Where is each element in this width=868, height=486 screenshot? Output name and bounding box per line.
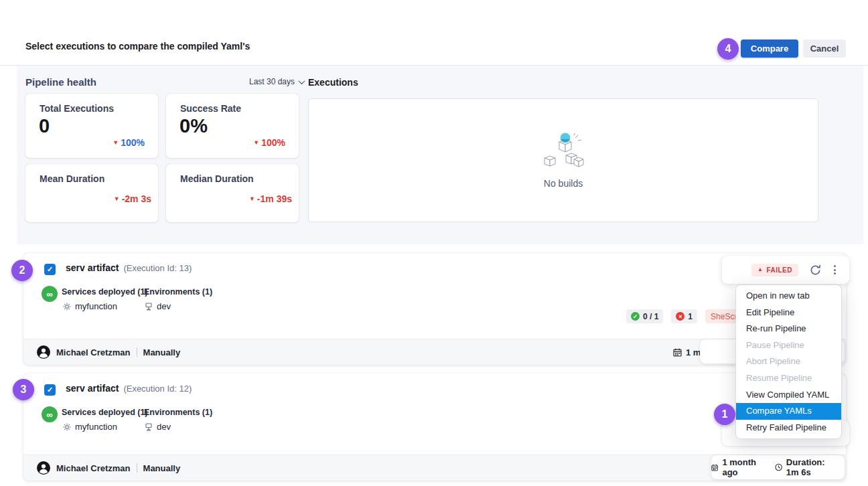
- time-range-select[interactable]: Last 30 days: [249, 77, 304, 86]
- metric-card-mean-duration: Mean Duration ▼ -2m 3s: [25, 164, 158, 222]
- calendar-icon: [711, 463, 718, 472]
- environments-label: Environments (1): [144, 287, 212, 297]
- pipeline-name[interactable]: serv artifact: [66, 383, 119, 394]
- environments-label: Environments (1): [144, 408, 212, 417]
- menu-item-rerun-pipeline[interactable]: Re-run Pipeline: [736, 321, 841, 337]
- time-range-label: Last 30 days: [249, 77, 295, 86]
- service-name[interactable]: myfunction: [75, 301, 117, 311]
- cancel-button[interactable]: Cancel: [803, 39, 846, 58]
- pipeline-summary-section: Pipeline health Last 30 days Total Execu…: [17, 66, 863, 244]
- footer-hover-panel: 1 month ago Duration: 1m 6s: [711, 455, 845, 479]
- page-title: Select executions to compare the compile…: [25, 41, 250, 52]
- annotation-badge-4: 4: [717, 38, 739, 60]
- menu-item-abort-pipeline: Abort Pipeline: [736, 353, 841, 370]
- compare-executions-page: Select executions to compare the compile…: [0, 0, 868, 486]
- execution-footer: Michael Cretzman Manually 1 month ago: [23, 455, 846, 481]
- clock-icon: [775, 463, 782, 472]
- gear-icon: [63, 423, 71, 431]
- execution-row-13[interactable]: ✓ serv artifact (Execution Id: 13) ∞ Ser…: [23, 253, 846, 365]
- trend-down-icon: ▼: [114, 196, 120, 202]
- kebab-menu-icon[interactable]: [833, 264, 837, 276]
- metric-value: 0%: [179, 115, 208, 137]
- execution-duration: Duration: 1m 6s: [786, 457, 839, 477]
- chevron-down-icon: [299, 78, 305, 84]
- refresh-icon[interactable]: [809, 264, 822, 276]
- row-actions-toolbar: ▲ FAILED: [722, 256, 849, 284]
- trend-value: 100%: [121, 137, 145, 148]
- metric-card-total-executions: Total Executions 0 ▼ 100%: [25, 94, 158, 158]
- menu-item-retry-failed-pipeline[interactable]: Retry Failed Pipeline: [736, 420, 841, 436]
- execution-timestamp: 1 month ago: [722, 457, 764, 477]
- annotation-badge-1: 1: [714, 404, 735, 425]
- warning-icon: ▲: [757, 267, 763, 272]
- menu-item-view-compiled-yaml[interactable]: View Compiled YAML: [736, 387, 841, 404]
- service-name[interactable]: myfunction: [75, 422, 117, 432]
- execution-id-label: (Execution Id: 12): [123, 384, 192, 394]
- menu-item-pause-pipeline: Pause Pipeline: [736, 337, 841, 354]
- execution-row-12[interactable]: ✓ serv artifact (Execution Id: 12) ∞ Ser…: [23, 374, 846, 481]
- triggered-by[interactable]: Michael Cretzman: [56, 347, 131, 357]
- menu-item-resume-pipeline: Resume Pipeline: [736, 370, 841, 387]
- metric-card-success-rate: Success Rate 0% ▼ 100%: [166, 94, 299, 158]
- gear-icon: [63, 303, 71, 311]
- no-builds-illustration: [540, 133, 586, 171]
- pipeline-context-menu: Open in new tab Edit Pipeline Re-run Pip…: [735, 285, 842, 439]
- footer-separator: [137, 463, 137, 473]
- failed-icon: ×: [676, 312, 684, 321]
- annotation-badge-3: 3: [13, 379, 34, 400]
- metric-label: Median Duration: [180, 173, 254, 184]
- metric-label: Total Executions: [40, 103, 114, 114]
- trigger-type: Manually: [143, 463, 181, 473]
- triggered-by[interactable]: Michael Cretzman: [56, 463, 131, 473]
- menu-item-compare-yamls[interactable]: Compare YAMLs: [736, 403, 841, 420]
- environment-icon: [145, 423, 153, 431]
- metric-trend: ▼ 100%: [113, 137, 145, 148]
- failed-count: 1: [688, 312, 693, 321]
- menu-item-open-in-new-tab[interactable]: Open in new tab: [736, 288, 841, 305]
- stage-stats-row: ✓ 0 / 1 × 1 SheScript: [626, 309, 744, 323]
- user-avatar: [37, 345, 50, 359]
- pipeline-health-title: Pipeline health: [25, 76, 96, 88]
- footer-separator: [137, 347, 137, 357]
- success-count-pill: ✓ 0 / 1: [626, 309, 663, 323]
- compare-button[interactable]: Compare: [741, 39, 798, 58]
- failed-count-pill: × 1: [671, 309, 697, 323]
- execution-footer: Michael Cretzman Manually 1 mo: [23, 339, 846, 365]
- executions-title: Executions: [308, 77, 358, 88]
- calendar-icon: [673, 348, 682, 357]
- trend-value: -1m 39s: [257, 193, 292, 204]
- services-deployed-label: Services deployed (1): [62, 287, 148, 297]
- trigger-type: Manually: [143, 347, 181, 357]
- trend-down-icon: ▼: [249, 196, 255, 202]
- menu-item-edit-pipeline[interactable]: Edit Pipeline: [736, 305, 841, 321]
- pipeline-name[interactable]: serv artifact: [66, 262, 119, 273]
- execution-id-label: (Execution Id: 13): [123, 263, 192, 273]
- execution-checkbox[interactable]: ✓: [44, 384, 56, 396]
- metric-value: 0: [39, 115, 50, 137]
- trend-down-icon: ▼: [253, 140, 259, 146]
- metric-trend: ▼ -1m 39s: [249, 193, 292, 204]
- metric-label: Success Rate: [180, 103, 241, 114]
- success-count: 0 / 1: [643, 312, 658, 321]
- executions-empty-panel: No builds: [308, 98, 818, 222]
- user-avatar: [37, 461, 50, 475]
- trend-down-icon: ▼: [113, 140, 119, 146]
- trend-value: 100%: [261, 137, 285, 148]
- empty-state-text: No builds: [544, 178, 583, 189]
- annotation-badge-2: 2: [11, 260, 33, 281]
- metric-card-median-duration: Median Duration ▼ -1m 39s: [166, 164, 299, 222]
- success-icon: ✓: [631, 312, 640, 321]
- cd-pipeline-icon: ∞: [42, 286, 58, 302]
- environment-icon: [145, 303, 153, 311]
- metric-trend: ▼ -2m 3s: [114, 193, 151, 204]
- environment-name[interactable]: dev: [157, 301, 171, 311]
- status-badge: ▲ FAILED: [751, 264, 798, 276]
- metric-trend: ▼ 100%: [253, 137, 285, 148]
- execution-checkbox[interactable]: ✓: [44, 264, 56, 275]
- trend-value: -2m 3s: [122, 193, 151, 204]
- cd-pipeline-icon: ∞: [42, 406, 58, 422]
- metric-label: Mean Duration: [40, 173, 104, 184]
- environment-name[interactable]: dev: [157, 422, 171, 432]
- services-deployed-label: Services deployed (1): [62, 408, 148, 417]
- status-text: FAILED: [766, 266, 792, 274]
